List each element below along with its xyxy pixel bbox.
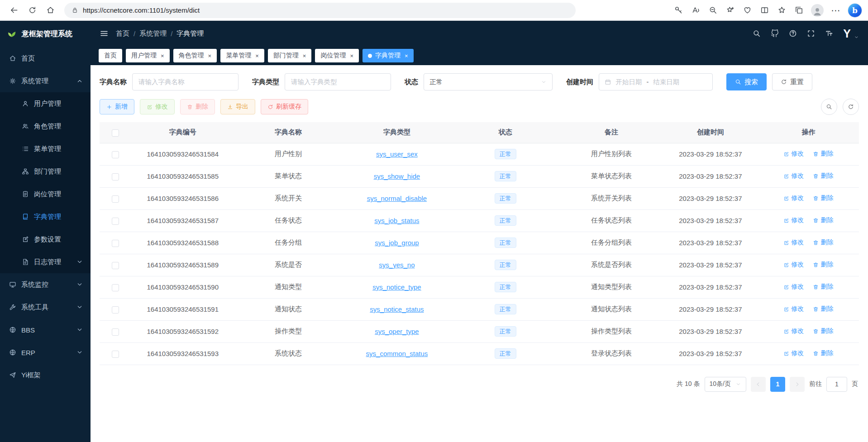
sidebar-toggle[interactable] bbox=[100, 29, 109, 38]
row-delete-button[interactable]: 删除 bbox=[813, 349, 833, 357]
prev-page-button[interactable] bbox=[751, 377, 766, 392]
page-tab[interactable]: 首页 × bbox=[99, 49, 122, 62]
sidebar-menu-item[interactable]: 用户管理 bbox=[0, 92, 91, 115]
row-delete-button[interactable]: 删除 bbox=[813, 283, 833, 291]
date-range-picker[interactable]: 开始日期 - 结束日期 bbox=[599, 73, 713, 90]
row-delete-button[interactable]: 删除 bbox=[813, 327, 833, 335]
text-size-icon[interactable] bbox=[825, 29, 833, 38]
address-bar[interactable]: https://ccnetcore.com:1101/system/dict bbox=[64, 3, 576, 18]
edit-button[interactable]: 修改 bbox=[140, 99, 175, 114]
sidebar-menu-item[interactable]: 字典管理 bbox=[0, 205, 91, 228]
profile-avatar[interactable] bbox=[811, 4, 824, 17]
row-delete-button[interactable]: 删除 bbox=[813, 216, 833, 224]
row-checkbox[interactable] bbox=[112, 173, 119, 181]
close-tab-icon[interactable]: × bbox=[350, 52, 353, 59]
sidebar-menu-item[interactable]: 系统工具 bbox=[0, 296, 91, 318]
dict-type-link[interactable]: sys_yes_no bbox=[379, 261, 415, 269]
dict-name-input[interactable] bbox=[132, 73, 238, 90]
breadcrumb-item[interactable]: 字典管理/ bbox=[176, 29, 204, 38]
row-checkbox[interactable] bbox=[112, 351, 119, 358]
fullscreen-icon[interactable] bbox=[807, 29, 815, 38]
sidebar-menu-item[interactable]: ERP bbox=[0, 341, 91, 364]
browser-home-button[interactable] bbox=[43, 3, 58, 18]
row-edit-button[interactable]: 修改 bbox=[783, 216, 804, 224]
refresh-cache-button[interactable]: 刷新缓存 bbox=[261, 99, 308, 114]
next-page-button[interactable] bbox=[790, 377, 805, 392]
help-icon[interactable] bbox=[789, 29, 797, 38]
sidebar-menu-item[interactable]: 系统监控 bbox=[0, 273, 91, 296]
zoom-icon[interactable] bbox=[705, 3, 720, 18]
row-edit-button[interactable]: 修改 bbox=[783, 327, 804, 335]
row-edit-button[interactable]: 修改 bbox=[783, 305, 804, 313]
dict-type-link[interactable]: sys_normal_disable bbox=[367, 195, 427, 202]
refresh-table-button[interactable] bbox=[843, 99, 859, 115]
sidebar-menu-item[interactable]: 岗位管理 bbox=[0, 183, 91, 205]
export-button[interactable]: 导出 bbox=[220, 99, 255, 114]
sidebar-menu-item[interactable]: 日志管理 bbox=[0, 251, 91, 273]
close-tab-icon[interactable]: × bbox=[405, 52, 408, 59]
page-tab[interactable]: 角色管理 × bbox=[173, 49, 217, 62]
row-edit-button[interactable]: 修改 bbox=[783, 150, 804, 158]
row-delete-button[interactable]: 删除 bbox=[813, 150, 833, 158]
read-aloud-icon[interactable] bbox=[688, 3, 703, 18]
page-tab[interactable]: 岗位管理 × bbox=[315, 49, 359, 62]
browser-back-button[interactable] bbox=[6, 3, 22, 18]
split-screen-icon[interactable] bbox=[757, 3, 772, 18]
more-options-icon[interactable]: ⋯ bbox=[828, 3, 844, 18]
close-tab-icon[interactable]: × bbox=[255, 52, 259, 59]
browser-refresh-button[interactable] bbox=[24, 3, 40, 18]
page-size-select[interactable]: 10条/页 bbox=[705, 377, 746, 392]
user-menu-caret[interactable] bbox=[854, 35, 859, 40]
search-icon[interactable] bbox=[753, 29, 761, 38]
yi-logo[interactable]: Y bbox=[843, 27, 850, 40]
favorites-bar-icon[interactable] bbox=[774, 3, 789, 18]
row-delete-button[interactable]: 删除 bbox=[813, 238, 833, 247]
key-icon[interactable] bbox=[671, 3, 686, 18]
row-edit-button[interactable]: 修改 bbox=[783, 238, 804, 247]
dict-type-link[interactable]: sys_job_status bbox=[374, 217, 419, 224]
sidebar-menu-item[interactable]: 首页 bbox=[0, 47, 91, 70]
dict-type-link[interactable]: sys_common_status bbox=[366, 350, 428, 357]
browser-essentials-icon[interactable] bbox=[739, 3, 755, 18]
dict-type-link[interactable]: sys_oper_type bbox=[375, 328, 419, 335]
dict-type-link[interactable]: sys_notice_type bbox=[372, 283, 421, 291]
sidebar-menu-item[interactable]: 部门管理 bbox=[0, 160, 91, 183]
favorites-add-icon[interactable] bbox=[722, 3, 738, 18]
dict-type-link[interactable]: sys_job_group bbox=[375, 239, 419, 247]
github-icon[interactable] bbox=[771, 29, 779, 38]
sidebar-menu-item[interactable]: BBS bbox=[0, 318, 91, 341]
row-checkbox[interactable] bbox=[112, 240, 119, 247]
breadcrumb-item[interactable]: 系统管理/ bbox=[139, 29, 176, 38]
row-edit-button[interactable]: 修改 bbox=[783, 283, 804, 291]
breadcrumb-item[interactable]: 首页/ bbox=[116, 29, 139, 38]
close-tab-icon[interactable]: × bbox=[303, 52, 306, 59]
search-button[interactable]: 搜索 bbox=[726, 73, 767, 90]
row-delete-button[interactable]: 删除 bbox=[813, 261, 833, 269]
row-edit-button[interactable]: 修改 bbox=[783, 194, 804, 202]
sidebar-menu-item[interactable]: 角色管理 bbox=[0, 115, 91, 138]
row-checkbox[interactable] bbox=[112, 195, 119, 203]
row-edit-button[interactable]: 修改 bbox=[783, 172, 804, 180]
close-tab-icon[interactable]: × bbox=[208, 52, 212, 59]
dict-type-input[interactable] bbox=[285, 73, 391, 90]
current-page[interactable]: 1 bbox=[770, 377, 785, 392]
toggle-search-button[interactable] bbox=[821, 99, 837, 115]
goto-page-input[interactable] bbox=[826, 377, 847, 392]
reset-button[interactable]: 重置 bbox=[772, 73, 812, 90]
row-delete-button[interactable]: 删除 bbox=[813, 194, 833, 202]
bing-chat-icon[interactable]: b bbox=[848, 4, 862, 17]
collections-icon[interactable] bbox=[791, 3, 806, 18]
add-button[interactable]: 新增 bbox=[100, 99, 134, 114]
page-tab[interactable]: 部门管理 × bbox=[268, 49, 312, 62]
row-checkbox[interactable] bbox=[112, 218, 119, 225]
row-delete-button[interactable]: 删除 bbox=[813, 305, 833, 313]
sidebar-menu-item[interactable]: Yi框架 bbox=[0, 364, 91, 386]
sidebar-menu-item[interactable]: 菜单管理 bbox=[0, 138, 91, 160]
select-all-checkbox[interactable] bbox=[112, 129, 119, 137]
page-tab[interactable]: 用户管理 × bbox=[126, 49, 170, 62]
row-edit-button[interactable]: 修改 bbox=[783, 349, 804, 357]
sidebar-menu-item[interactable]: 参数设置 bbox=[0, 228, 91, 251]
close-tab-icon[interactable]: × bbox=[161, 52, 164, 59]
page-tab[interactable]: 菜单管理 × bbox=[220, 49, 264, 62]
row-checkbox[interactable] bbox=[112, 328, 119, 336]
